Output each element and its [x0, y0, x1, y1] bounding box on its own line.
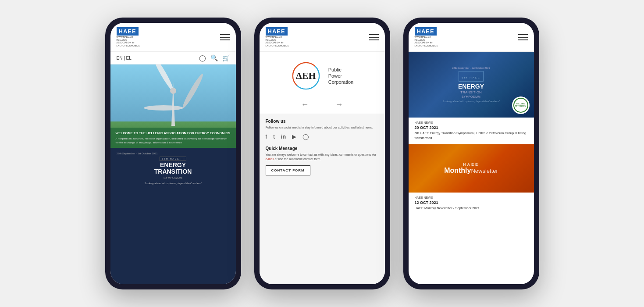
symposium-badge: 6th HAEE: [459, 71, 483, 82]
petroleum-logo: HELLENICPETROLEUM: [512, 96, 530, 114]
svg-point-4: [144, 105, 183, 111]
symposium-sub: SYMPOSIUM: [462, 95, 480, 98]
newsletter-image: HAEE MonthlyNewsletter: [409, 144, 534, 193]
petroleum-text: HELLENICPETROLEUM: [515, 103, 526, 107]
follow-us-text: Follow us on social media to stay inform…: [266, 125, 379, 130]
contact-form-button[interactable]: CONTACT FORM: [266, 165, 310, 175]
phone-3: HAEE WWW.HAEE.GR HELLENIC ASSOCIATION fo…: [403, 18, 539, 289]
phone-2-header: HAEE WWW.HAEE.GR HELLENIC ASSOCIATION fo…: [260, 23, 385, 52]
phone-1: HAEE WWW.HAEE.GR HELLENIC ASSOCIATION fo…: [105, 18, 241, 289]
facebook-icon[interactable]: f: [266, 133, 267, 140]
deh-logo: ΔΕΗ: [291, 61, 321, 91]
newsletter-monthly: Monthly: [444, 167, 471, 174]
event-badge-1: 6TH HAEE —: [160, 157, 186, 161]
arrow-right-icon[interactable]: →: [335, 100, 343, 109]
haee-brand-1: HAEE: [117, 27, 139, 36]
haee-logo-3: HAEE WWW.HAEE.GR HELLENIC ASSOCIATION fo…: [415, 27, 438, 47]
haee-brand-3: HAEE: [415, 27, 437, 36]
haee-brand-2: HAEE: [266, 27, 288, 36]
haee-line3-3: ENERGY ECONOMICS: [415, 44, 438, 47]
quick-message-title: Quick Message: [266, 146, 379, 151]
social-section: Follow us Follow us on social media to s…: [260, 114, 385, 284]
deh-name: Public Power Corporation: [328, 67, 353, 86]
news-tag-1: HAEE NEWS: [415, 121, 528, 124]
user-icon-1[interactable]: ◯: [199, 54, 206, 61]
hamburger-menu-3[interactable]: [518, 34, 528, 40]
symposium-date: 28th September - 1st October 2021: [452, 67, 490, 69]
svg-point-7: [293, 63, 319, 89]
haee-line3-1: ENERGY ECONOMICS: [117, 44, 140, 47]
newsletter-text-overlay: HAEE MonthlyNewsletter: [444, 162, 498, 175]
social-icons-row: f t in ▶ ◯: [266, 133, 379, 140]
news-item-2: HAEE NEWS 12 OCT 2021 HAEE Monthly Newsl…: [409, 193, 534, 214]
newsletter-title-row: MonthlyNewsletter: [444, 167, 498, 175]
haee-logo-2: HAEE WWW.HAEE.GR HELLENIC ASSOCIATION fo…: [266, 27, 289, 47]
deh-name1: Public: [328, 67, 353, 73]
arrow-left-icon[interactable]: ←: [301, 100, 309, 109]
event-name1-1: ENERGY: [160, 162, 186, 168]
youtube-icon[interactable]: ▶: [292, 133, 296, 140]
hamburger-menu-1[interactable]: [220, 34, 230, 40]
hero-title-1: WELCOME TO THE HELLENIC ASSOCIATION FOR …: [116, 131, 231, 135]
event-name2-1: TRANSITION: [154, 168, 192, 175]
news-tag-2: HAEE NEWS: [415, 196, 528, 199]
news-headline-1: 6th HAEE Energy Transition Symposium | H…: [415, 131, 528, 140]
symposium-image: 28th September - 1st October 2021 6th HA…: [409, 52, 534, 118]
newsletter-nl: Newsletter: [471, 168, 498, 174]
phone-2-screen: HAEE WWW.HAEE.GR HELLENIC ASSOCIATION fo…: [260, 23, 385, 284]
hamburger-menu-2[interactable]: [369, 34, 379, 40]
news-date-2: 12 OCT 2021: [415, 200, 528, 205]
event-sub-1: SYMPOSIUM: [164, 176, 182, 179]
hero-image-1: WELCOME TO THE HELLENIC ASSOCIATION FOR …: [110, 64, 236, 148]
symposium-badge-text: 6th HAEE: [462, 76, 480, 79]
deh-circle-svg: [292, 61, 320, 90]
search-icon-1[interactable]: 🔍: [210, 54, 218, 61]
event-date-1: 28th September - 1st October 2021: [117, 152, 230, 155]
instagram-icon[interactable]: ◯: [302, 133, 309, 140]
svg-point-6: [170, 88, 176, 94]
cart-icon-1[interactable]: 🛒: [222, 54, 230, 61]
email-link[interactable]: e-mail: [266, 157, 274, 161]
petroleum-inner: HELLENICPETROLEUM: [513, 98, 528, 113]
newsletter-haee: HAEE: [444, 162, 498, 167]
phone-1-nav: EN | EL ◯ 🔍 🛒: [110, 52, 236, 64]
event-tagline-1: "Looking ahead with optimism, beyond the…: [117, 182, 230, 185]
deh-name2: Power: [328, 73, 353, 79]
deh-name3: Corporation: [328, 79, 353, 85]
hero-overlay-1: WELCOME TO THE HELLENIC ASSOCIATION FOR …: [110, 128, 236, 148]
news-date-1: 20 OCT 2021: [415, 125, 528, 130]
nav-icons-1: ◯ 🔍 🛒: [199, 54, 230, 61]
phone-3-screen: HAEE WWW.HAEE.GR HELLENIC ASSOCIATION fo…: [409, 23, 534, 284]
hero-desc-1: A nonpartisan, nonprofit, research organ…: [116, 137, 231, 144]
follow-us-title: Follow us: [266, 119, 379, 124]
symposium-tagline: "Looking ahead with optimism, beyond the…: [438, 100, 504, 103]
symposium-title2: TRANSITION: [460, 90, 481, 94]
phone-2: HAEE WWW.HAEE.GR HELLENIC ASSOCIATION fo…: [254, 18, 390, 289]
event-section-1: 28th September - 1st October 2021 6TH HA…: [110, 148, 236, 284]
phone-3-header: HAEE WWW.HAEE.GR HELLENIC ASSOCIATION fo…: [409, 23, 534, 52]
phone-1-header: HAEE WWW.HAEE.GR HELLENIC ASSOCIATION fo…: [110, 23, 236, 52]
symposium-title1: ENERGY: [458, 83, 484, 90]
language-switch-1[interactable]: EN | EL: [117, 56, 132, 61]
phones-container: HAEE WWW.HAEE.GR HELLENIC ASSOCIATION fo…: [92, 4, 552, 303]
quick-message-text: You are always welcome to contact us wit…: [266, 153, 379, 161]
news-item-1: HAEE NEWS 20 OCT 2021 6th HAEE Energy Tr…: [409, 118, 534, 144]
twitter-icon[interactable]: t: [273, 133, 275, 140]
event-logo-1: 6TH HAEE — ENERGY TRANSITION SYMPOSIUM: [117, 157, 230, 179]
haee-logo-1: HAEE WWW.HAEE.GR HELLENIC ASSOCIATION fo…: [117, 27, 140, 47]
carousel-arrows: ← →: [260, 96, 385, 114]
linkedin-icon[interactable]: in: [281, 133, 286, 140]
phone-3-content: 28th September - 1st October 2021 6th HA…: [409, 52, 534, 284]
news-headline-2: HAEE Monthly Newsletter - September 2021: [415, 206, 528, 211]
haee-line3-2: ENERGY ECONOMICS: [266, 44, 289, 47]
sponsor-section: ΔΕΗ Public Power Corporation: [260, 52, 385, 96]
phone-1-screen: HAEE WWW.HAEE.GR HELLENIC ASSOCIATION fo…: [110, 23, 236, 284]
